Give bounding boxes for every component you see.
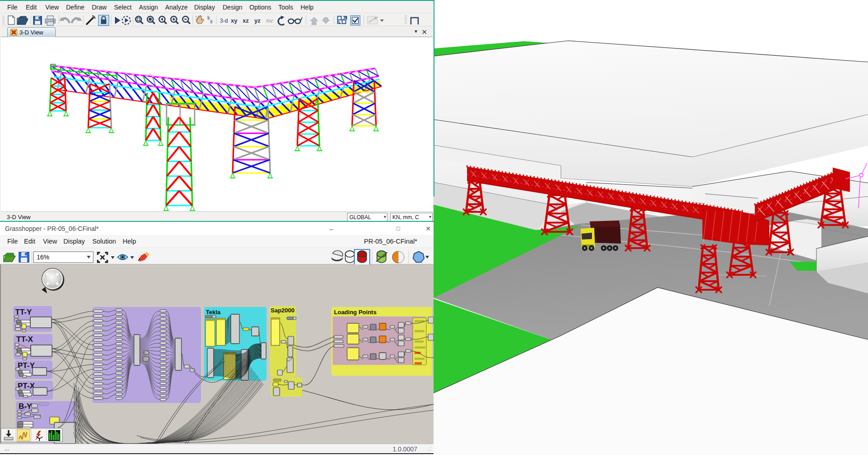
- svg-text:A: A: [207, 15, 209, 18]
- svg-text:TT-X: TT-X: [16, 335, 33, 344]
- svg-text:16%: 16%: [37, 254, 49, 261]
- svg-text:Tekla: Tekla: [206, 309, 221, 316]
- svg-text:xz: xz: [243, 17, 249, 24]
- svg-text:TT-Y: TT-Y: [15, 308, 32, 316]
- svg-text:B-Y: B-Y: [19, 402, 32, 411]
- svg-text:3-d: 3-d: [220, 18, 228, 24]
- svg-text:nv: nv: [266, 17, 273, 24]
- svg-text:Sap2000: Sap2000: [271, 307, 295, 314]
- svg-text:xy: xy: [231, 17, 238, 24]
- svg-text:Loading Points: Loading Points: [334, 309, 377, 316]
- svg-text:yz: yz: [254, 17, 261, 24]
- svg-text:PT-X: PT-X: [18, 382, 35, 390]
